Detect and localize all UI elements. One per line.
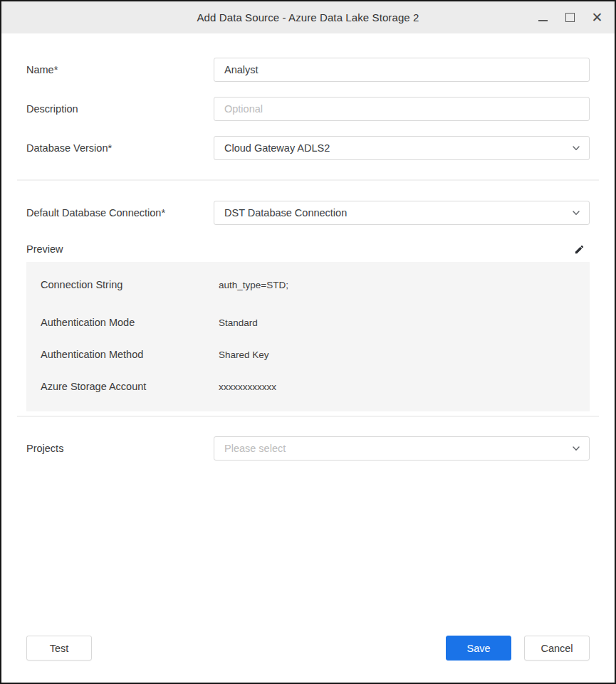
default-connection-row: Default Database Connection* DST Databas… bbox=[26, 201, 590, 225]
dialog-title: Add Data Source - Azure Data Lake Storag… bbox=[197, 11, 419, 23]
database-version-label: Database Version* bbox=[26, 142, 214, 154]
name-row: Name* bbox=[26, 58, 590, 82]
window-controls: ✕ bbox=[537, 1, 603, 33]
close-icon[interactable]: ✕ bbox=[591, 11, 603, 23]
section-divider bbox=[17, 416, 599, 417]
database-version-row: Database Version* Cloud Gateway ADLS2 bbox=[26, 136, 590, 160]
database-version-value: Cloud Gateway ADLS2 bbox=[224, 142, 330, 154]
titlebar: Add Data Source - Azure Data Lake Storag… bbox=[1, 1, 615, 33]
preview-row-auth-method: Authentication Method Shared Key bbox=[41, 328, 590, 360]
name-input[interactable] bbox=[214, 58, 590, 82]
description-label: Description bbox=[26, 103, 214, 115]
preview-row-value: Shared Key bbox=[219, 349, 269, 360]
minimize-icon[interactable] bbox=[537, 11, 549, 23]
name-label: Name* bbox=[26, 64, 214, 75]
dialog-footer: Test Save Cancel bbox=[26, 636, 590, 661]
projects-label: Projects bbox=[26, 443, 214, 454]
test-button[interactable]: Test bbox=[26, 636, 92, 661]
preview-header: Preview bbox=[26, 242, 590, 256]
preview-panel: Connection String auth_type=STD; Authent… bbox=[26, 262, 590, 411]
projects-select[interactable]: Please select bbox=[214, 436, 590, 461]
preview-row-label: Connection String bbox=[41, 279, 219, 290]
projects-row: Projects Please select bbox=[26, 436, 590, 461]
default-connection-label: Default Database Connection* bbox=[26, 207, 214, 219]
maximize-icon[interactable] bbox=[564, 11, 576, 23]
description-row: Description bbox=[26, 97, 590, 121]
projects-placeholder: Please select bbox=[224, 443, 286, 454]
database-version-select[interactable]: Cloud Gateway ADLS2 bbox=[214, 136, 590, 160]
dialog-body: Name* Description Database Version* Clou… bbox=[1, 33, 615, 683]
preview-row-value: auth_type=STD; bbox=[219, 280, 288, 290]
preview-row-label: Authentication Method bbox=[41, 349, 219, 360]
preview-row-label: Azure Storage Account bbox=[41, 381, 219, 392]
pencil-icon[interactable] bbox=[573, 243, 585, 256]
add-data-source-dialog: Add Data Source - Azure Data Lake Storag… bbox=[0, 0, 616, 684]
preview-row-storage-account: Azure Storage Account xxxxxxxxxxxx bbox=[41, 360, 590, 392]
save-button[interactable]: Save bbox=[446, 636, 511, 661]
preview-label: Preview bbox=[26, 243, 63, 255]
preview-row-value: Standard bbox=[219, 317, 258, 328]
cancel-button[interactable]: Cancel bbox=[524, 636, 590, 661]
default-connection-value: DST Database Connection bbox=[224, 207, 347, 219]
preview-row-value: xxxxxxxxxxxx bbox=[219, 382, 276, 392]
preview-row-connection-string: Connection String auth_type=STD; bbox=[41, 262, 590, 290]
section-divider bbox=[17, 179, 599, 181]
preview-row-label: Authentication Mode bbox=[41, 317, 219, 328]
default-connection-select[interactable]: DST Database Connection bbox=[214, 201, 590, 225]
description-input[interactable] bbox=[214, 97, 590, 121]
preview-row-auth-mode: Authentication Mode Standard bbox=[41, 290, 590, 328]
